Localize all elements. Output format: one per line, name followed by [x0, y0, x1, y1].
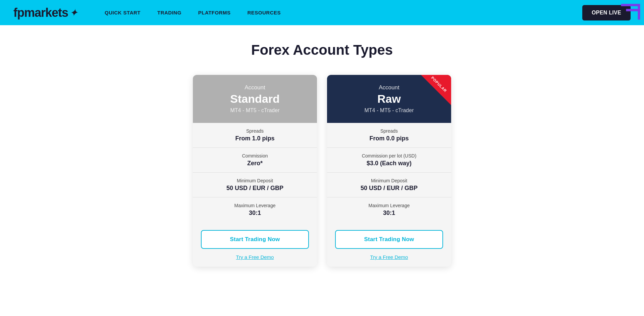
main-nav: QUICK START TRADING PLATFORMS RESOURCES: [105, 10, 281, 15]
account-card-standard: AccountStandardMT4 - MT5 - cTraderSpread…: [193, 75, 317, 267]
nav-quick-start[interactable]: QUICK START: [105, 10, 141, 15]
card-header-raw: AccountRawMT4 - MT5 - cTraderPOPULAR: [327, 75, 451, 123]
row-label: Maximum Leverage: [201, 203, 309, 208]
row-label: Minimum Deposit: [201, 178, 309, 183]
corner-bracket-icon: [615, 0, 644, 25]
row-value: 30:1: [201, 210, 309, 217]
page-title: Forex Account Types: [7, 42, 637, 58]
card-row: Minimum Deposit50 USD / EUR / GBP: [193, 173, 317, 197]
main-content: Forex Account Types AccountStandardMT4 -…: [0, 25, 644, 287]
row-label: Maximum Leverage: [335, 203, 443, 208]
row-value: From 0.0 pips: [335, 135, 443, 142]
card-row: SpreadsFrom 1.0 pips: [193, 123, 317, 148]
row-label: Spreads: [201, 128, 309, 134]
row-label: Spreads: [335, 128, 443, 134]
row-value: 50 USD / EUR / GBP: [335, 185, 443, 192]
logo-text: fpmarkets: [13, 6, 68, 20]
row-value: 50 USD / EUR / GBP: [201, 185, 309, 192]
card-actions-standard: Start Trading NowTry a Free Demo: [193, 222, 317, 267]
platforms-label: MT4 - MT5 - cTrader: [230, 107, 280, 113]
free-demo-link-raw[interactable]: Try a Free Demo: [335, 254, 443, 260]
logo-swirl-icon: ✦: [69, 7, 78, 18]
cards-container: AccountStandardMT4 - MT5 - cTraderSpread…: [7, 75, 637, 267]
row-label: Commission: [201, 153, 309, 159]
account-label: Account: [200, 84, 310, 91]
popular-badge: POPULAR: [421, 75, 451, 105]
platforms-label: MT4 - MT5 - cTrader: [365, 107, 414, 113]
card-body-standard: SpreadsFrom 1.0 pipsCommissionZero*Minim…: [193, 123, 317, 222]
row-value: From 1.0 pips: [201, 135, 309, 142]
account-name: Standard: [200, 92, 310, 105]
card-row: Maximum Leverage30:1: [193, 197, 317, 222]
row-label: Commission per lot (USD): [335, 153, 443, 159]
row-label: Minimum Deposit: [335, 178, 443, 183]
card-row: Maximum Leverage30:1: [327, 197, 451, 222]
card-row: SpreadsFrom 0.0 pips: [327, 123, 451, 148]
card-row: CommissionZero*: [193, 148, 317, 173]
row-value: $3.0 (Each way): [335, 160, 443, 167]
free-demo-link-standard[interactable]: Try a Free Demo: [201, 254, 309, 260]
nav-trading[interactable]: TRADING: [157, 10, 181, 15]
card-actions-raw: Start Trading NowTry a Free Demo: [327, 222, 451, 267]
nav-platforms[interactable]: PLATFORMS: [198, 10, 231, 15]
card-body-raw: SpreadsFrom 0.0 pipsCommission per lot (…: [327, 123, 451, 222]
card-row: Commission per lot (USD)$3.0 (Each way): [327, 148, 451, 173]
card-row: Minimum Deposit50 USD / EUR / GBP: [327, 173, 451, 197]
nav-resources[interactable]: RESOURCES: [248, 10, 281, 15]
start-trading-button-standard[interactable]: Start Trading Now: [201, 230, 309, 249]
row-value: 30:1: [335, 210, 443, 217]
start-trading-button-raw[interactable]: Start Trading Now: [335, 230, 443, 249]
header: fpmarkets ✦ QUICK START TRADING PLATFORM…: [0, 0, 644, 25]
card-header-standard: AccountStandardMT4 - MT5 - cTrader: [193, 75, 317, 123]
popular-badge-text: POPULAR: [428, 75, 450, 95]
row-value: Zero*: [201, 160, 309, 167]
logo-area: fpmarkets ✦: [13, 6, 78, 20]
account-card-raw: AccountRawMT4 - MT5 - cTraderPOPULARSpre…: [327, 75, 451, 267]
